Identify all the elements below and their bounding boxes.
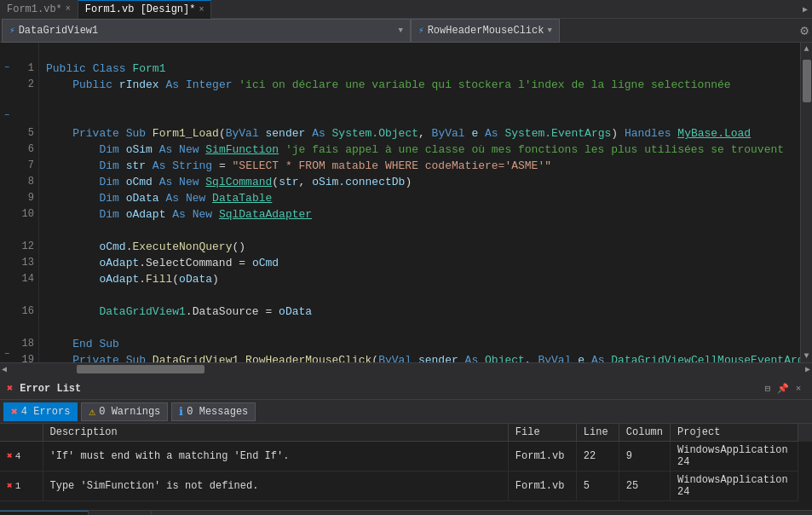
error-panel: ✖ Error List ⊟ 📌 × ✖ 4 Errors ⚠ 0 Warnin… bbox=[0, 378, 812, 510]
col-scrollbar bbox=[798, 424, 813, 442]
error-table-content: Description File Line Column Project ✖ 4 bbox=[0, 424, 812, 501]
col-column: Column bbox=[619, 424, 670, 442]
panel-dock-btn[interactable]: ⊟ bbox=[761, 382, 775, 396]
error-file-2: Form1.vb bbox=[508, 472, 576, 501]
table-row[interactable]: ✖ 4 'If' must end with a matching 'End I… bbox=[0, 442, 812, 472]
error-column-2: 25 bbox=[619, 472, 670, 501]
close-tab-form1-vb[interactable]: × bbox=[66, 4, 71, 14]
messages-filter-btn[interactable]: ℹ 0 Messages bbox=[171, 402, 256, 421]
scroll-thumb-h[interactable] bbox=[77, 365, 204, 373]
method-dropdown-label: RowHeaderMouseClick bbox=[428, 25, 544, 37]
scroll-right-btn[interactable]: ▶ bbox=[803, 364, 812, 374]
error-column-1: 9 bbox=[619, 442, 670, 472]
code-editor: − − − 1 2 5 6 7 8 9 10 12 13 14 bbox=[0, 43, 812, 362]
tab-form1-vb-label: Form1.vb* bbox=[7, 3, 62, 15]
collapse-btn-19[interactable]: − bbox=[0, 346, 14, 362]
error-badge-1: ✖ 4 bbox=[7, 450, 20, 461]
tab-scroll-right[interactable]: ▶ bbox=[798, 0, 812, 19]
method-icon: ⚡ bbox=[418, 25, 424, 36]
settings-icon[interactable]: ⚙ bbox=[800, 22, 812, 39]
error-row-code-1: ✖ 4 bbox=[0, 442, 43, 472]
class-dropdown-arrow: ▼ bbox=[399, 26, 403, 35]
error-table-header-row: Description File Line Column Project bbox=[0, 424, 812, 442]
class-dropdown-label: DataGridView1 bbox=[19, 25, 99, 37]
error-toolbar: ✖ 4 Errors ⚠ 0 Warnings ℹ 0 Messages bbox=[0, 400, 812, 424]
code-pre: Public Class Form1 Public rIndex As Inte… bbox=[46, 61, 800, 362]
col-description: Description bbox=[43, 424, 508, 442]
collapse-btn-1[interactable]: − bbox=[0, 61, 14, 77]
horizontal-scrollbar[interactable]: ◀ ▶ bbox=[0, 362, 812, 374]
col-code bbox=[0, 424, 43, 442]
error-icon-2: ✖ bbox=[7, 480, 13, 491]
error-filter-icon: ✖ bbox=[11, 405, 18, 419]
scroll-thumb-v[interactable] bbox=[803, 60, 811, 102]
info-filter-icon: ℹ bbox=[179, 405, 183, 419]
scroll-up-btn[interactable]: ▲ bbox=[803, 43, 809, 55]
col-line: Line bbox=[576, 424, 619, 442]
vertical-scrollbar[interactable]: ▲ ▼ bbox=[800, 43, 812, 362]
error-panel-title: Error List bbox=[20, 383, 81, 395]
tab-form1-design[interactable]: Form1.vb [Design]* × bbox=[78, 0, 212, 19]
errors-count-label: 4 Errors bbox=[21, 406, 71, 418]
class-dropdown[interactable]: ⚡ DataGridView1 ▼ bbox=[2, 19, 411, 43]
collapse-btn-5[interactable]: − bbox=[0, 108, 14, 124]
error-project-1: WindowsApplication 24 bbox=[671, 442, 798, 472]
bottom-tabs: ✖ Error List ▶ Output bbox=[0, 510, 812, 515]
warning-filter-icon: ⚠ bbox=[89, 405, 95, 419]
error-file-1: Form1.vb bbox=[508, 442, 576, 472]
scroll-down-btn[interactable]: ▼ bbox=[803, 350, 809, 362]
table-row[interactable]: ✖ 1 Type 'SimFunction' is not defined. F… bbox=[0, 472, 812, 501]
code-toolbar: ⚡ DataGridView1 ▼ ⚡ RowHeaderMouseClick … bbox=[0, 19, 812, 43]
close-tab-form1-design[interactable]: × bbox=[199, 5, 204, 14]
bottom-tab-errors[interactable]: ✖ Error List bbox=[0, 511, 89, 516]
warnings-filter-btn[interactable]: ⚠ 0 Warnings bbox=[81, 402, 168, 421]
error-line-1: 22 bbox=[576, 442, 619, 472]
class-icon: ⚡ bbox=[9, 25, 15, 36]
collapse-gutter: − − − bbox=[0, 43, 14, 362]
panel-actions: ⊟ 📌 × bbox=[761, 382, 805, 396]
warnings-count-label: 0 Warnings bbox=[99, 406, 160, 418]
method-dropdown-arrow: ▼ bbox=[547, 26, 551, 35]
panel-pin-btn[interactable]: 📌 bbox=[776, 382, 790, 396]
error-description-2: Type 'SimFunction' is not defined. bbox=[43, 472, 508, 501]
col-project: Project bbox=[671, 424, 798, 442]
messages-count-label: 0 Messages bbox=[187, 406, 248, 418]
tab-form1-vb[interactable]: Form1.vb* × bbox=[0, 0, 78, 19]
error-num-1: 4 bbox=[15, 451, 21, 461]
method-dropdown[interactable]: ⚡ RowHeaderMouseClick ▼ bbox=[411, 19, 560, 43]
error-project-2: WindowsApplication 24 bbox=[671, 472, 798, 501]
panel-close-btn[interactable]: × bbox=[792, 382, 805, 396]
error-table: Description File Line Column Project ✖ 4 bbox=[0, 424, 812, 510]
bottom-tab-output[interactable]: ▶ Output bbox=[89, 511, 153, 516]
col-file: File bbox=[508, 424, 576, 442]
errors-filter-btn[interactable]: ✖ 4 Errors bbox=[3, 402, 78, 421]
error-panel-header: ✖ Error List ⊟ 📌 × bbox=[0, 378, 812, 400]
error-line-2: 5 bbox=[576, 472, 619, 501]
scroll-left-btn[interactable]: ◀ bbox=[0, 364, 9, 374]
code-content[interactable]: Public Class Form1 Public rIndex As Inte… bbox=[39, 43, 800, 362]
tab-bar: Form1.vb* × Form1.vb [Design]* × ▶ bbox=[0, 0, 812, 19]
error-badge-2: ✖ 1 bbox=[7, 480, 20, 491]
error-icon-1: ✖ bbox=[7, 450, 13, 461]
line-numbers: 1 2 5 6 7 8 9 10 12 13 14 16 18 19 bbox=[14, 43, 39, 362]
tab-form1-design-label: Form1.vb [Design]* bbox=[85, 3, 196, 15]
error-panel-icon: ✖ bbox=[7, 382, 13, 395]
error-row-code-2: ✖ 1 bbox=[0, 472, 43, 501]
error-description-1: 'If' must end with a matching 'End If'. bbox=[43, 442, 508, 472]
error-num-2: 1 bbox=[15, 481, 21, 491]
